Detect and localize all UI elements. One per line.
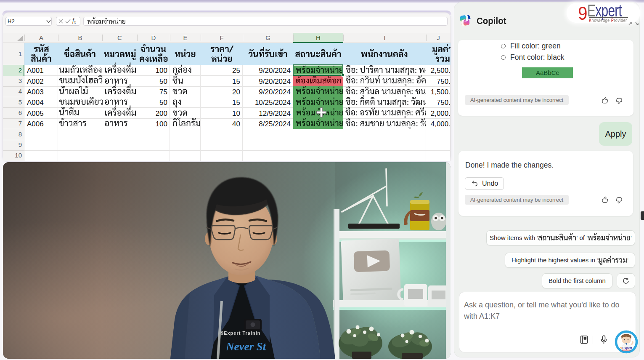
svg-text:9Expert: 9Expert — [620, 346, 632, 350]
svg-text:9Expert Trainin: 9Expert Trainin — [221, 331, 260, 336]
svg-text:Never St: Never St — [225, 340, 267, 353]
